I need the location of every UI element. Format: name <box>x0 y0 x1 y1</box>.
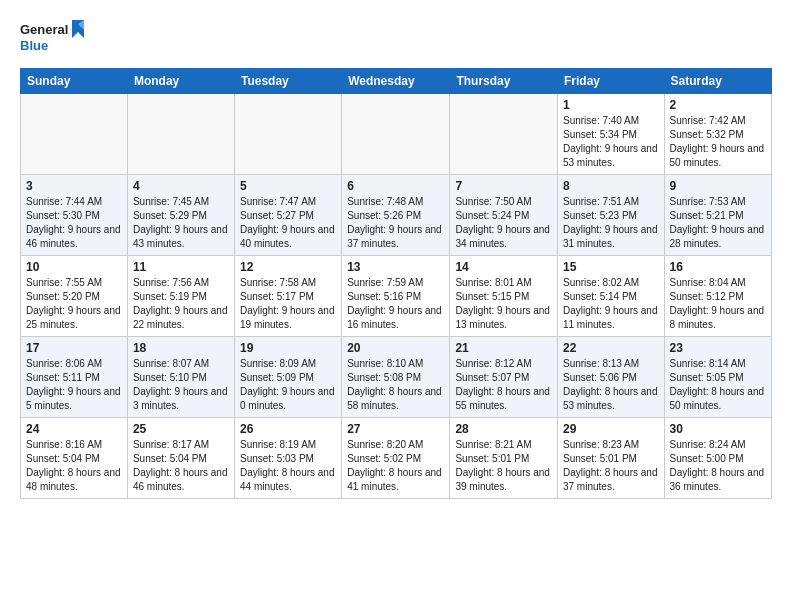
weekday-header-row: SundayMondayTuesdayWednesdayThursdayFrid… <box>21 69 772 94</box>
calendar-cell: 23Sunrise: 8:14 AMSunset: 5:05 PMDayligh… <box>664 337 771 418</box>
day-info: Sunrise: 7:56 AMSunset: 5:19 PMDaylight:… <box>133 276 229 332</box>
week-row-2: 3Sunrise: 7:44 AMSunset: 5:30 PMDaylight… <box>21 175 772 256</box>
day-number: 7 <box>455 179 552 193</box>
logo: General Blue <box>20 18 90 58</box>
day-info: Sunrise: 8:21 AMSunset: 5:01 PMDaylight:… <box>455 438 552 494</box>
day-number: 21 <box>455 341 552 355</box>
weekday-header-sunday: Sunday <box>21 69 128 94</box>
calendar-cell: 3Sunrise: 7:44 AMSunset: 5:30 PMDaylight… <box>21 175 128 256</box>
day-info: Sunrise: 7:40 AMSunset: 5:34 PMDaylight:… <box>563 114 659 170</box>
week-row-1: 1Sunrise: 7:40 AMSunset: 5:34 PMDaylight… <box>21 94 772 175</box>
calendar-cell: 21Sunrise: 8:12 AMSunset: 5:07 PMDayligh… <box>450 337 558 418</box>
day-number: 1 <box>563 98 659 112</box>
day-number: 19 <box>240 341 336 355</box>
calendar-cell: 17Sunrise: 8:06 AMSunset: 5:11 PMDayligh… <box>21 337 128 418</box>
calendar-cell: 29Sunrise: 8:23 AMSunset: 5:01 PMDayligh… <box>557 418 664 499</box>
calendar-cell: 28Sunrise: 8:21 AMSunset: 5:01 PMDayligh… <box>450 418 558 499</box>
calendar-cell: 10Sunrise: 7:55 AMSunset: 5:20 PMDayligh… <box>21 256 128 337</box>
weekday-header-saturday: Saturday <box>664 69 771 94</box>
calendar-cell: 18Sunrise: 8:07 AMSunset: 5:10 PMDayligh… <box>127 337 234 418</box>
day-number: 20 <box>347 341 444 355</box>
day-number: 2 <box>670 98 766 112</box>
day-info: Sunrise: 8:14 AMSunset: 5:05 PMDaylight:… <box>670 357 766 413</box>
calendar-cell <box>342 94 450 175</box>
weekday-header-monday: Monday <box>127 69 234 94</box>
day-info: Sunrise: 7:59 AMSunset: 5:16 PMDaylight:… <box>347 276 444 332</box>
day-number: 18 <box>133 341 229 355</box>
day-info: Sunrise: 7:48 AMSunset: 5:26 PMDaylight:… <box>347 195 444 251</box>
calendar-cell: 13Sunrise: 7:59 AMSunset: 5:16 PMDayligh… <box>342 256 450 337</box>
day-number: 29 <box>563 422 659 436</box>
day-info: Sunrise: 7:45 AMSunset: 5:29 PMDaylight:… <box>133 195 229 251</box>
generalblue-logo: General Blue <box>20 18 90 58</box>
day-info: Sunrise: 7:58 AMSunset: 5:17 PMDaylight:… <box>240 276 336 332</box>
day-number: 5 <box>240 179 336 193</box>
day-number: 25 <box>133 422 229 436</box>
calendar-cell: 30Sunrise: 8:24 AMSunset: 5:00 PMDayligh… <box>664 418 771 499</box>
calendar-cell: 11Sunrise: 7:56 AMSunset: 5:19 PMDayligh… <box>127 256 234 337</box>
calendar-cell: 20Sunrise: 8:10 AMSunset: 5:08 PMDayligh… <box>342 337 450 418</box>
weekday-header-friday: Friday <box>557 69 664 94</box>
day-info: Sunrise: 8:13 AMSunset: 5:06 PMDaylight:… <box>563 357 659 413</box>
calendar-cell: 14Sunrise: 8:01 AMSunset: 5:15 PMDayligh… <box>450 256 558 337</box>
calendar-cell: 5Sunrise: 7:47 AMSunset: 5:27 PMDaylight… <box>234 175 341 256</box>
weekday-header-tuesday: Tuesday <box>234 69 341 94</box>
day-info: Sunrise: 7:55 AMSunset: 5:20 PMDaylight:… <box>26 276 122 332</box>
day-info: Sunrise: 7:47 AMSunset: 5:27 PMDaylight:… <box>240 195 336 251</box>
day-number: 4 <box>133 179 229 193</box>
day-info: Sunrise: 7:53 AMSunset: 5:21 PMDaylight:… <box>670 195 766 251</box>
day-number: 13 <box>347 260 444 274</box>
day-number: 27 <box>347 422 444 436</box>
day-info: Sunrise: 7:51 AMSunset: 5:23 PMDaylight:… <box>563 195 659 251</box>
calendar-cell: 6Sunrise: 7:48 AMSunset: 5:26 PMDaylight… <box>342 175 450 256</box>
calendar-cell: 25Sunrise: 8:17 AMSunset: 5:04 PMDayligh… <box>127 418 234 499</box>
calendar-cell: 1Sunrise: 7:40 AMSunset: 5:34 PMDaylight… <box>557 94 664 175</box>
calendar-cell: 4Sunrise: 7:45 AMSunset: 5:29 PMDaylight… <box>127 175 234 256</box>
calendar-cell: 15Sunrise: 8:02 AMSunset: 5:14 PMDayligh… <box>557 256 664 337</box>
calendar-cell: 12Sunrise: 7:58 AMSunset: 5:17 PMDayligh… <box>234 256 341 337</box>
day-number: 14 <box>455 260 552 274</box>
day-number: 28 <box>455 422 552 436</box>
day-number: 30 <box>670 422 766 436</box>
day-info: Sunrise: 8:16 AMSunset: 5:04 PMDaylight:… <box>26 438 122 494</box>
calendar-cell: 2Sunrise: 7:42 AMSunset: 5:32 PMDaylight… <box>664 94 771 175</box>
calendar-cell: 7Sunrise: 7:50 AMSunset: 5:24 PMDaylight… <box>450 175 558 256</box>
day-info: Sunrise: 8:06 AMSunset: 5:11 PMDaylight:… <box>26 357 122 413</box>
day-info: Sunrise: 8:09 AMSunset: 5:09 PMDaylight:… <box>240 357 336 413</box>
day-info: Sunrise: 8:04 AMSunset: 5:12 PMDaylight:… <box>670 276 766 332</box>
header: General Blue <box>0 0 792 68</box>
calendar-cell <box>21 94 128 175</box>
day-info: Sunrise: 8:10 AMSunset: 5:08 PMDaylight:… <box>347 357 444 413</box>
calendar-cell: 16Sunrise: 8:04 AMSunset: 5:12 PMDayligh… <box>664 256 771 337</box>
day-number: 16 <box>670 260 766 274</box>
calendar-cell <box>234 94 341 175</box>
day-info: Sunrise: 8:07 AMSunset: 5:10 PMDaylight:… <box>133 357 229 413</box>
week-row-5: 24Sunrise: 8:16 AMSunset: 5:04 PMDayligh… <box>21 418 772 499</box>
week-row-4: 17Sunrise: 8:06 AMSunset: 5:11 PMDayligh… <box>21 337 772 418</box>
day-info: Sunrise: 8:01 AMSunset: 5:15 PMDaylight:… <box>455 276 552 332</box>
day-number: 22 <box>563 341 659 355</box>
day-info: Sunrise: 7:42 AMSunset: 5:32 PMDaylight:… <box>670 114 766 170</box>
day-info: Sunrise: 8:02 AMSunset: 5:14 PMDaylight:… <box>563 276 659 332</box>
svg-text:General: General <box>20 22 68 37</box>
day-number: 10 <box>26 260 122 274</box>
calendar-cell: 26Sunrise: 8:19 AMSunset: 5:03 PMDayligh… <box>234 418 341 499</box>
weekday-header-wednesday: Wednesday <box>342 69 450 94</box>
day-info: Sunrise: 7:50 AMSunset: 5:24 PMDaylight:… <box>455 195 552 251</box>
day-info: Sunrise: 8:17 AMSunset: 5:04 PMDaylight:… <box>133 438 229 494</box>
svg-text:Blue: Blue <box>20 38 48 53</box>
day-info: Sunrise: 8:24 AMSunset: 5:00 PMDaylight:… <box>670 438 766 494</box>
calendar-cell <box>450 94 558 175</box>
day-number: 26 <box>240 422 336 436</box>
day-info: Sunrise: 8:20 AMSunset: 5:02 PMDaylight:… <box>347 438 444 494</box>
weekday-header-thursday: Thursday <box>450 69 558 94</box>
day-number: 12 <box>240 260 336 274</box>
calendar-table: SundayMondayTuesdayWednesdayThursdayFrid… <box>20 68 772 499</box>
calendar-cell: 22Sunrise: 8:13 AMSunset: 5:06 PMDayligh… <box>557 337 664 418</box>
calendar-container: SundayMondayTuesdayWednesdayThursdayFrid… <box>0 68 792 499</box>
day-info: Sunrise: 8:23 AMSunset: 5:01 PMDaylight:… <box>563 438 659 494</box>
day-number: 15 <box>563 260 659 274</box>
day-info: Sunrise: 8:19 AMSunset: 5:03 PMDaylight:… <box>240 438 336 494</box>
day-number: 24 <box>26 422 122 436</box>
calendar-cell: 9Sunrise: 7:53 AMSunset: 5:21 PMDaylight… <box>664 175 771 256</box>
